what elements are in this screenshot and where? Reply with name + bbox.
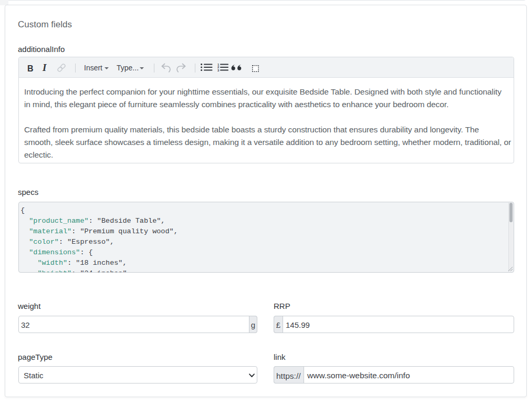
svg-text:3: 3: [217, 69, 220, 71]
